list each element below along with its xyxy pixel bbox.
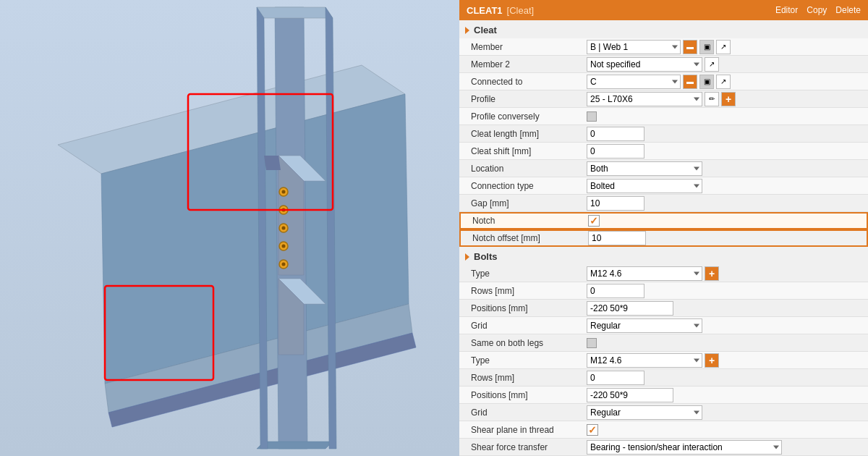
title-actions: Editor Copy Delete — [775, 5, 861, 15]
profile-conversely-value-area — [587, 111, 862, 122]
notch-value-area: ✓ — [588, 215, 861, 227]
shear-plane-checkbox[interactable]: ✓ — [587, 424, 598, 436]
gap-input[interactable] — [587, 196, 644, 211]
bolts-type1-row: Type M12 4.6 + — [459, 265, 868, 282]
gap-row: Gap [mm] — [459, 195, 868, 212]
cleat-shift-row: Cleat shift [mm] — [459, 143, 868, 160]
shear-force-value-area: Bearing - tension/shear interaction — [587, 440, 862, 455]
cleat-shift-value-area — [587, 144, 862, 159]
bolts-rows2-row: Rows [mm] — [459, 369, 868, 387]
cleat-length-label: Cleat length [mm] — [471, 129, 587, 139]
title-id: CLEAT1 — [467, 5, 503, 16]
bolts-rows1-row: Rows [mm] — [459, 282, 868, 300]
cleat-length-row: Cleat length [mm] — [459, 125, 868, 143]
shear-force-row: Shear force transfer Bearing - tension/s… — [459, 439, 868, 456]
bolts-section-label: Bolts — [474, 251, 498, 262]
member-label: Member — [471, 42, 587, 52]
bolts-positions1-input[interactable] — [587, 301, 673, 316]
member2-row: Member 2 Not specified ↗ — [459, 56, 868, 73]
connected-icon3[interactable]: ↗ — [716, 75, 731, 89]
shear-force-select[interactable]: Bearing - tension/shear interaction — [587, 440, 782, 455]
profile-row: Profile 25 - L70X6 ✏ + — [459, 90, 868, 108]
bolts-type1-value-area: M12 4.6 + — [587, 266, 862, 281]
bolts-rows2-input[interactable] — [587, 371, 644, 385]
3d-viewport — [0, 0, 459, 456]
bolts-type1-label: Type — [471, 269, 587, 279]
copy-button[interactable]: Copy — [807, 5, 827, 15]
profile-select[interactable]: 25 - L70X6 — [587, 92, 702, 106]
bolts-section-header[interactable]: Bolts — [459, 247, 868, 265]
notch-label: Notch — [472, 216, 588, 226]
grid2-value-area: Regular — [587, 405, 862, 420]
member-select[interactable]: B | Web 1 — [587, 40, 681, 54]
connection-type-label: Connection type — [471, 181, 587, 191]
member-row: Member B | Web 1 ▬ ▣ ↗ — [459, 38, 868, 56]
grid1-row: Grid Regular — [459, 317, 868, 334]
cleat-section-header[interactable]: Cleat — [459, 20, 868, 38]
bolts-positions2-input[interactable] — [587, 388, 673, 402]
bolts-type1-add-icon[interactable]: + — [705, 266, 719, 281]
location-value-area: Both — [587, 161, 862, 176]
member2-label: Member 2 — [471, 59, 587, 69]
bolts-type1-select[interactable]: M12 4.6 — [587, 266, 702, 281]
delete-button[interactable]: Delete — [835, 5, 861, 15]
member-icon1[interactable]: ▬ — [683, 40, 697, 54]
member2-select[interactable]: Not specified — [587, 57, 702, 72]
connection-type-select[interactable]: Bolted — [587, 179, 702, 193]
editor-button[interactable]: Editor — [775, 5, 798, 15]
bolts-positions2-value-area — [587, 388, 862, 402]
bolts-type2-add-icon[interactable]: + — [705, 353, 719, 368]
title-bar: CLEAT1 [Cleat] Editor Copy Delete — [459, 0, 868, 20]
notch-row: Notch ✓ — [459, 212, 868, 229]
member2-icon[interactable]: ↗ — [705, 57, 719, 72]
gap-label: Gap [mm] — [471, 198, 587, 208]
location-select[interactable]: Both — [587, 161, 702, 176]
same-both-legs-value-area — [587, 338, 862, 348]
member-icon3[interactable]: ↗ — [716, 40, 731, 54]
bolts-type2-row: Type M12 4.6 + — [459, 352, 868, 369]
connected-icon2[interactable]: ▣ — [699, 75, 714, 89]
svg-point-21 — [282, 227, 286, 230]
grid1-select[interactable]: Regular — [587, 318, 702, 333]
cleat-shift-input[interactable] — [587, 144, 644, 159]
svg-marker-7 — [257, 442, 333, 449]
notch-offset-value-area — [588, 231, 861, 245]
bolts-rows2-label: Rows [mm] — [471, 373, 587, 383]
svg-point-25 — [282, 263, 286, 266]
member2-value-area: Not specified ↗ — [587, 57, 862, 72]
profile-edit-icon[interactable]: ✏ — [705, 92, 719, 106]
notch-offset-row: Notch offset [mm] — [459, 229, 868, 247]
profile-label: Profile — [471, 94, 587, 104]
connected-to-select[interactable]: C — [587, 75, 681, 89]
bolts-positions2-label: Positions [mm] — [471, 390, 587, 400]
same-both-legs-label: Same on both legs — [471, 338, 587, 348]
svg-point-17 — [282, 190, 286, 194]
grid2-row: Grid Regular — [459, 404, 868, 421]
profile-conversely-checkbox[interactable] — [587, 111, 597, 122]
profile-add-icon[interactable]: + — [721, 92, 736, 106]
notch-offset-input[interactable] — [588, 231, 646, 245]
location-row: Location Both — [459, 160, 868, 177]
shear-plane-label: Shear plane in thread — [471, 425, 587, 435]
notch-offset-label: Notch offset [mm] — [472, 233, 588, 243]
connected-icon1[interactable]: ▬ — [683, 75, 697, 89]
bolts-rows1-value-area — [587, 284, 862, 298]
same-both-legs-checkbox[interactable] — [587, 338, 597, 348]
shear-plane-row: Shear plane in thread ✓ — [459, 421, 868, 439]
bolts-type2-select[interactable]: M12 4.6 — [587, 353, 702, 368]
svg-point-23 — [282, 245, 286, 248]
cleat-section-triangle — [465, 27, 469, 34]
connection-type-value-area: Bolted — [587, 179, 862, 193]
grid1-label: Grid — [471, 321, 587, 331]
notch-checkbox[interactable]: ✓ — [588, 215, 600, 227]
connection-type-row: Connection type Bolted — [459, 177, 868, 195]
properties-panel: CLEAT1 [Cleat] Editor Copy Delete Cleat … — [459, 0, 868, 456]
grid2-select[interactable]: Regular — [587, 405, 702, 420]
member-icon2[interactable]: ▣ — [699, 40, 714, 54]
bolts-type2-value-area: M12 4.6 + — [587, 353, 862, 368]
cleat-length-input[interactable] — [587, 127, 644, 141]
bolts-rows1-input[interactable] — [587, 284, 644, 298]
location-label: Location — [471, 164, 587, 174]
profile-value-area: 25 - L70X6 ✏ + — [587, 92, 862, 106]
gap-value-area — [587, 196, 862, 211]
